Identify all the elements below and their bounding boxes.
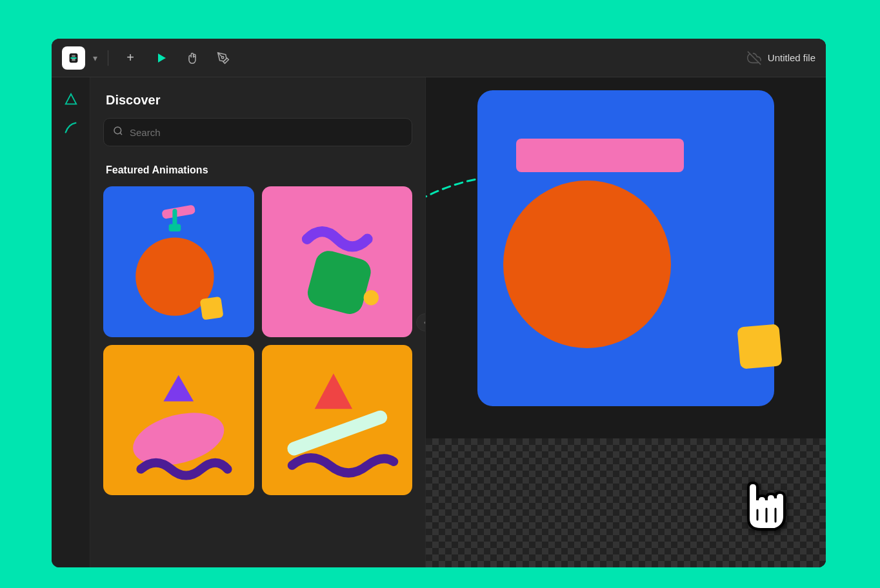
tools-sidebar bbox=[52, 77, 90, 567]
search-icon bbox=[113, 126, 123, 139]
animation-card-4[interactable] bbox=[262, 345, 413, 496]
app-window: ▾ + bbox=[52, 39, 826, 567]
toolbar-divider bbox=[108, 50, 108, 66]
svg-point-4 bbox=[114, 127, 121, 134]
svg-marker-3 bbox=[65, 94, 76, 104]
toolbar: ▾ + bbox=[52, 39, 826, 77]
svg-rect-9 bbox=[200, 297, 224, 320]
discover-title: Discover bbox=[90, 77, 425, 118]
discover-panel: Discover Featured Animations bbox=[90, 77, 426, 567]
svg-rect-6 bbox=[172, 209, 177, 226]
svg-rect-7 bbox=[169, 224, 181, 231]
animation-card-1[interactable] bbox=[103, 186, 254, 337]
file-title-area: Untitled file bbox=[747, 51, 815, 65]
hand-tool-button[interactable] bbox=[181, 46, 204, 70]
svg-marker-0 bbox=[158, 54, 166, 63]
canvas-main-card bbox=[477, 90, 774, 406]
cloud-off-icon bbox=[747, 51, 761, 65]
pen-tool-button[interactable] bbox=[212, 46, 235, 70]
pen-tool-sidebar-button[interactable] bbox=[59, 116, 83, 139]
animations-grid bbox=[90, 186, 425, 508]
svg-rect-5 bbox=[161, 204, 195, 219]
shape-tool-button[interactable] bbox=[59, 88, 83, 111]
svg-point-11 bbox=[363, 290, 378, 305]
play-button[interactable] bbox=[150, 46, 173, 70]
svg-rect-15 bbox=[285, 408, 389, 457]
canvas-pink-bar bbox=[516, 139, 684, 172]
file-title: Untitled file bbox=[768, 52, 815, 63]
svg-rect-10 bbox=[305, 248, 374, 317]
svg-marker-12 bbox=[163, 375, 194, 401]
canvas-yellow-note bbox=[737, 324, 782, 369]
checker-background bbox=[426, 438, 826, 567]
logo-button[interactable] bbox=[62, 46, 85, 70]
featured-animations-title: Featured Animations bbox=[90, 159, 425, 186]
svg-marker-14 bbox=[314, 373, 352, 409]
add-button[interactable]: + bbox=[119, 46, 142, 70]
canvas-area[interactable] bbox=[426, 77, 826, 567]
animation-card-3[interactable] bbox=[103, 345, 254, 496]
search-box[interactable] bbox=[103, 118, 412, 146]
toolbar-chevron[interactable]: ▾ bbox=[93, 53, 97, 63]
search-input[interactable] bbox=[130, 127, 403, 138]
search-container bbox=[90, 118, 425, 159]
canvas-orange-circle bbox=[503, 181, 671, 348]
animation-card-2[interactable] bbox=[262, 186, 413, 337]
svg-point-1 bbox=[222, 56, 224, 58]
content-area: Discover Featured Animations bbox=[52, 77, 826, 567]
